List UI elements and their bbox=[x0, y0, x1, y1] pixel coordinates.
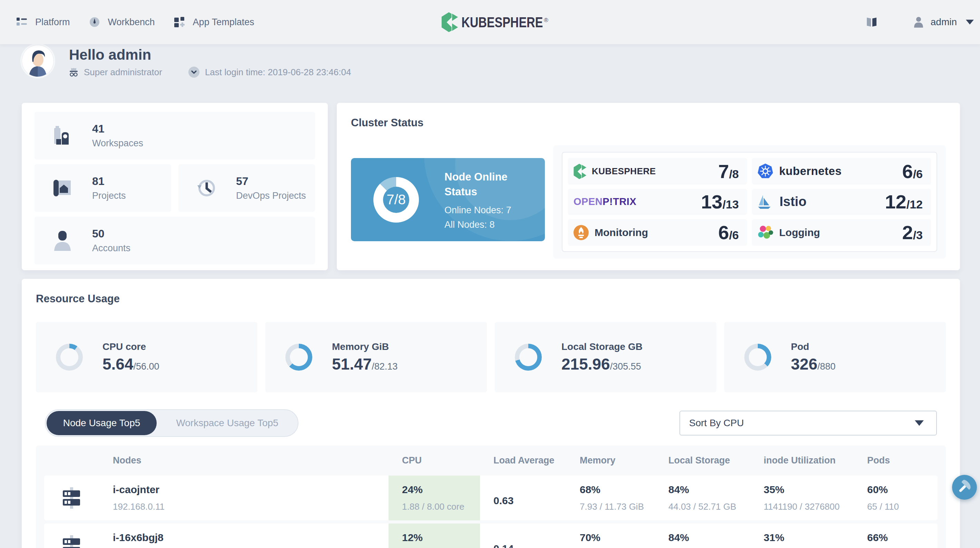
pods-percent: 60% bbox=[867, 484, 937, 495]
openpitrix-name-light: OPEN bbox=[574, 196, 603, 207]
monitoring-icon bbox=[574, 225, 589, 240]
table-row[interactable]: i-16x6bgj8 192.168.0.14 12% 0.93 / 8.00 … bbox=[44, 524, 937, 548]
all-nodes-line: All Nodes: 8 bbox=[444, 220, 527, 230]
node-name[interactable]: i-16x6bgj8 bbox=[113, 532, 388, 543]
gauge-value: 5.64 /56.00 bbox=[102, 355, 159, 373]
resource-usage-card: Resource Usage CPU core 5.64 /56.00 Memo… bbox=[22, 279, 960, 548]
gauge-value: 215.96 /305.55 bbox=[562, 355, 643, 373]
avatar[interactable] bbox=[22, 45, 54, 77]
stat-icon-box bbox=[52, 230, 73, 251]
gauge-used: 326 bbox=[791, 355, 818, 373]
tab-workspace-usage-top5[interactable]: Workspace Usage Top5 bbox=[157, 417, 298, 429]
component-name: Logging bbox=[779, 227, 820, 239]
stat-info: 41 Workspaces bbox=[92, 123, 143, 149]
gauge-memory: Memory GiB 51.47 /82.13 bbox=[266, 322, 487, 392]
col-nodes: Nodes bbox=[113, 455, 388, 466]
nav-item-workbench[interactable]: Workbench bbox=[89, 17, 155, 28]
nav-item-platform[interactable]: Platform bbox=[17, 17, 70, 28]
gauge-info: Local Storage GB 215.96 /305.55 bbox=[562, 341, 643, 373]
component-count-group: 2 /3 bbox=[902, 221, 923, 244]
node-status-text: Node Online Status Online Nodes: 7 All N… bbox=[444, 169, 527, 230]
main-nav: Platform Workbench App Templates bbox=[17, 17, 274, 28]
gauges-row: CPU core 5.64 /56.00 Memory GiB 51.47 /8… bbox=[36, 322, 946, 392]
gauge-info: Pod 326 /880 bbox=[791, 341, 835, 373]
component-logo bbox=[757, 225, 773, 240]
col-memory: Memory bbox=[580, 455, 668, 466]
gauge-pod: Pod 326 /880 bbox=[724, 322, 946, 392]
local-storage-percent: 84% bbox=[668, 484, 764, 495]
col-load-average: Load Average bbox=[480, 455, 580, 466]
stat-tile-projects[interactable]: 81 Projects bbox=[35, 164, 171, 212]
page-title: Hello admin bbox=[69, 47, 377, 63]
hero-section: Hello admin Super administrator Last log… bbox=[0, 45, 980, 78]
sort-by-value: Sort By CPU bbox=[689, 417, 744, 429]
gauge-info: CPU core 5.64 /56.00 bbox=[102, 341, 159, 373]
component-name: kubernetes bbox=[779, 165, 842, 178]
components-box: KUBESPHERE 7 /8 bbox=[562, 152, 937, 252]
memory-percent: 68% bbox=[580, 484, 668, 495]
gauge-total: /305.55 bbox=[610, 361, 641, 372]
stat-value: 57 bbox=[236, 175, 306, 188]
component-total: /6 bbox=[729, 228, 739, 242]
local-storage-percent: 84% bbox=[668, 532, 764, 543]
header-right: admin bbox=[866, 17, 974, 28]
nodes-table: Nodes CPU Load Average Memory Local Stor… bbox=[36, 446, 946, 548]
component-count-group: 6 /6 bbox=[718, 221, 739, 244]
stat-value: 81 bbox=[92, 175, 126, 188]
node-cell: i-caojnter 192.168.0.11 bbox=[113, 476, 388, 520]
stats-card: 41 Workspaces 81 Projects bbox=[22, 103, 328, 270]
stat-tile-workspaces[interactable]: 41 Workspaces bbox=[35, 112, 315, 159]
stat-value: 50 bbox=[92, 228, 130, 240]
component-logo bbox=[757, 194, 771, 209]
sort-by-select[interactable]: Sort By CPU bbox=[679, 411, 937, 435]
component-count: 12 bbox=[885, 191, 906, 213]
inode-cell: 35% 1141190 / 3276800 bbox=[764, 476, 867, 520]
component-name: KUBESPHERE bbox=[592, 166, 656, 177]
node-online-fraction: 7/8 bbox=[373, 177, 419, 223]
stat-tile-devops[interactable]: 57 DevOps Projects bbox=[178, 164, 315, 212]
hero-text: Hello admin Super administrator Last log… bbox=[69, 45, 377, 78]
user-name: admin bbox=[931, 17, 957, 28]
local-storage-donut bbox=[515, 344, 542, 371]
cpu-donut bbox=[56, 344, 83, 371]
stat-label: Accounts bbox=[92, 243, 130, 253]
openpitrix-name-dark: P!TRIX bbox=[603, 196, 636, 207]
app-templates-icon bbox=[174, 17, 185, 27]
kubesphere-logo[interactable]: KUBESPHERE ® bbox=[441, 12, 548, 32]
select-caret-icon bbox=[915, 420, 924, 426]
logo-text: KUBESPHERE bbox=[461, 14, 543, 30]
istio-icon bbox=[757, 194, 771, 209]
local-storage-detail: 44.03 / 52.71 GB bbox=[668, 502, 764, 512]
stat-tile-accounts[interactable]: 50 Accounts bbox=[35, 217, 315, 264]
user-menu[interactable]: admin bbox=[913, 17, 974, 28]
component-count-group: 12 /12 bbox=[885, 191, 923, 213]
clock-icon bbox=[188, 67, 199, 78]
memory-percent: 70% bbox=[580, 532, 668, 543]
component-openpitrix: OPENP!TRIX 13 /13 bbox=[568, 189, 747, 215]
stat-icon-box bbox=[52, 125, 73, 146]
col-cpu: CPU bbox=[388, 455, 480, 466]
toolbox-button[interactable] bbox=[952, 475, 977, 500]
book-icon bbox=[866, 17, 878, 27]
documentation-button[interactable] bbox=[866, 17, 878, 27]
cluster-status-card: Cluster Status 7/8 Node Online Status On… bbox=[337, 103, 960, 270]
tab-node-usage-top5[interactable]: Node Usage Top5 bbox=[46, 411, 157, 435]
nav-item-app-templates[interactable]: App Templates bbox=[174, 17, 254, 28]
gauge-used: 215.96 bbox=[562, 355, 610, 373]
gauge-label: Local Storage GB bbox=[562, 341, 643, 352]
gauge-label: Pod bbox=[791, 341, 835, 352]
stat-value: 41 bbox=[92, 123, 143, 135]
role-icon bbox=[69, 68, 78, 76]
component-kubesphere: KUBESPHERE 7 /8 bbox=[568, 158, 747, 185]
memory-cell: 68% 7.93 / 11.73 GiB bbox=[580, 476, 668, 520]
component-total: /13 bbox=[722, 198, 739, 211]
node-online-title: Node Online Status bbox=[444, 169, 527, 199]
logo-registered-mark: ® bbox=[544, 17, 548, 24]
gauge-cpu: CPU core 5.64 /56.00 bbox=[36, 322, 258, 392]
node-name[interactable]: i-caojnter bbox=[113, 484, 388, 495]
table-row[interactable]: i-caojnter 192.168.0.11 24% 1.88 / 8.00 … bbox=[44, 476, 937, 520]
cpu-percent: 12% bbox=[402, 532, 480, 543]
stat-info: 50 Accounts bbox=[92, 228, 130, 253]
component-count-group: 7 /8 bbox=[718, 160, 739, 183]
component-logging: Logging 2 /3 bbox=[752, 219, 931, 246]
